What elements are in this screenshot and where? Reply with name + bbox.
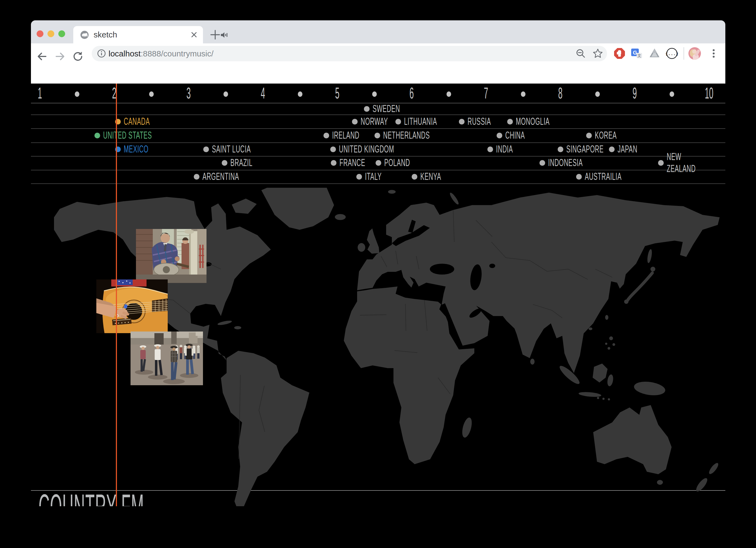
country-dot-norway bbox=[352, 119, 358, 125]
video-thumbnail-dobro-performance[interactable] bbox=[136, 229, 207, 283]
video-thumbnail-guitar-closeup[interactable] bbox=[96, 279, 168, 333]
country-label-new-zealand[interactable]: NEW ZEALAND bbox=[658, 157, 725, 169]
country-label-indonesia[interactable]: INDONESIA bbox=[539, 157, 606, 169]
playhead-line[interactable] bbox=[116, 84, 117, 506]
country-label-brazil[interactable]: BRAZIL bbox=[222, 157, 267, 169]
country-label-mexico[interactable]: MEXICO bbox=[115, 143, 165, 155]
menu-dots-icon[interactable] bbox=[707, 47, 720, 60]
country-name: LITHUANIA bbox=[404, 116, 437, 128]
country-name: UNITED KINGDOM bbox=[339, 143, 394, 155]
tab-close-icon[interactable] bbox=[190, 31, 198, 38]
country-name: CHINA bbox=[505, 129, 525, 141]
svg-text:{...}: {...} bbox=[665, 52, 678, 56]
country-dot-singapore bbox=[558, 146, 563, 152]
forward-icon[interactable] bbox=[53, 50, 66, 63]
country-dot-indonesia bbox=[539, 160, 545, 166]
ruler-dot bbox=[447, 91, 451, 97]
country-dot-poland bbox=[376, 160, 381, 166]
country-dot-argentina bbox=[194, 174, 199, 180]
country-label-india[interactable]: INDIA bbox=[487, 143, 524, 155]
country-dot-india bbox=[487, 146, 493, 152]
video-thumbnail-line-dancing[interactable] bbox=[131, 332, 203, 385]
ruler-dot bbox=[521, 91, 526, 97]
country-label-korea[interactable]: KOREA bbox=[586, 129, 631, 141]
country-dot-lithuania bbox=[395, 119, 401, 125]
country-label-china[interactable]: CHINA bbox=[497, 129, 538, 141]
country-name: KOREA bbox=[595, 129, 617, 141]
country-name: NORWAY bbox=[361, 116, 388, 128]
braces-extension-icon[interactable]: {...} bbox=[665, 47, 678, 60]
greenland bbox=[261, 188, 334, 230]
ruler-number-1: 1 bbox=[40, 85, 49, 101]
ruler-number-10: 10 bbox=[709, 85, 725, 101]
url-text: localhost:8888/countrymusic/ bbox=[109, 46, 214, 61]
traffic-light-minimize[interactable] bbox=[47, 30, 54, 37]
country-label-ireland[interactable]: IRELAND bbox=[323, 129, 377, 141]
row-separator-line bbox=[31, 156, 725, 157]
country-dot-monoglia bbox=[507, 119, 513, 125]
drive-extension-icon[interactable] bbox=[648, 47, 661, 60]
country-name: SAINT LUCIA bbox=[212, 143, 251, 155]
translate-extension-icon[interactable]: G 文 bbox=[630, 47, 643, 60]
country-label-canada[interactable]: CANADA bbox=[115, 116, 167, 128]
browser-tab-sketch[interactable]: sketch bbox=[73, 26, 203, 43]
country-label-lithuania[interactable]: LITHUANIA bbox=[395, 116, 459, 128]
country-name: SWEDEN bbox=[373, 103, 400, 115]
page-content: 12345678910 SWEDENCANADANORWAYLITHUANIAR… bbox=[31, 84, 725, 506]
country-dot-france bbox=[331, 160, 336, 166]
svg-text:文: 文 bbox=[637, 53, 641, 58]
bookmark-star-icon[interactable] bbox=[592, 47, 604, 59]
country-label-united-kingdom[interactable]: UNITED KINGDOM bbox=[330, 143, 431, 155]
country-dot-new-zealand bbox=[658, 160, 664, 166]
country-name: AUSTRAILIA bbox=[585, 171, 622, 183]
address-bar[interactable]: localhost:8888/countrymusic/ bbox=[92, 46, 607, 61]
country-label-kenya[interactable]: KENYA bbox=[412, 171, 455, 183]
site-info-icon[interactable] bbox=[96, 48, 107, 59]
country-label-united-states[interactable]: UNITED STATES bbox=[94, 129, 184, 141]
ruler-number-6: 6 bbox=[412, 85, 420, 101]
traffic-light-zoom[interactable] bbox=[58, 30, 65, 37]
new-tab-button[interactable] bbox=[209, 28, 222, 41]
country-name: NEW ZEALAND bbox=[667, 151, 702, 175]
country-name: JAPAN bbox=[618, 143, 637, 155]
ruler-dot bbox=[298, 91, 303, 97]
ruler-dot bbox=[149, 91, 154, 97]
country-label-monoglia[interactable]: MONOGLIA bbox=[507, 116, 572, 128]
traffic-light-close[interactable] bbox=[37, 30, 43, 37]
country-label-russia[interactable]: RUSSIA bbox=[459, 116, 507, 128]
country-label-austrailia[interactable]: AUSTRAILIA bbox=[576, 171, 646, 183]
country-dot-saint-lucia bbox=[203, 146, 209, 152]
country-dot-united-states bbox=[94, 133, 100, 138]
country-name: ITALY bbox=[365, 171, 382, 183]
country-dot-netherlands bbox=[374, 133, 380, 138]
ruler-dot bbox=[670, 91, 674, 97]
url-host: localhost bbox=[109, 49, 141, 58]
country-name: IRELAND bbox=[332, 129, 359, 141]
profile-avatar[interactable] bbox=[688, 47, 701, 60]
ruler-dot bbox=[372, 91, 377, 97]
zoom-out-icon[interactable] bbox=[575, 48, 586, 59]
country-name: MEXICO bbox=[124, 143, 148, 155]
country-label-saint-lucia[interactable]: SAINT LUCIA bbox=[203, 143, 277, 155]
row-separator-line bbox=[31, 142, 725, 143]
united-kingdom-island bbox=[367, 228, 379, 254]
country-label-netherlands[interactable]: NETHERLANDS bbox=[374, 129, 461, 141]
tab-strip: sketch bbox=[31, 20, 725, 43]
country-label-sweden[interactable]: SWEDEN bbox=[364, 103, 418, 115]
country-label-poland[interactable]: POLAND bbox=[376, 157, 427, 169]
country-name: RUSSIA bbox=[468, 116, 491, 128]
ruler-number-7: 7 bbox=[486, 85, 495, 101]
australia bbox=[593, 405, 672, 474]
country-label-japan[interactable]: JAPAN bbox=[609, 143, 651, 155]
country-name: MONOGLIA bbox=[516, 116, 549, 128]
country-label-italy[interactable]: ITALY bbox=[356, 171, 393, 183]
country-label-france[interactable]: FRANCE bbox=[331, 157, 382, 169]
adblock-extension-icon[interactable] bbox=[613, 47, 626, 60]
country-name: ARGENTINA bbox=[202, 171, 239, 183]
browser-toolbar: localhost:8888/countrymusic/ G 文 bbox=[31, 43, 725, 84]
reload-icon[interactable] bbox=[71, 50, 84, 63]
ruler-number-3: 3 bbox=[189, 85, 197, 101]
country-label-argentina[interactable]: ARGENTINA bbox=[194, 171, 263, 183]
country-name: CANADA bbox=[124, 116, 150, 128]
back-icon[interactable] bbox=[36, 50, 49, 63]
